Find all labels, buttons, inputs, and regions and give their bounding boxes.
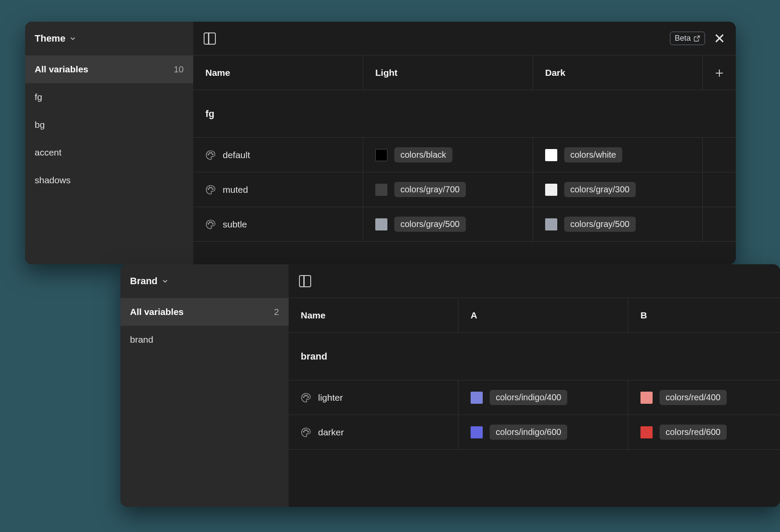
color-swatch (545, 149, 557, 161)
collection-title: Theme (35, 33, 65, 44)
color-swatch (375, 184, 387, 196)
svg-point-5 (209, 187, 210, 188)
value-chip: colors/gray/500 (394, 217, 466, 232)
value-chip: colors/indigo/400 (490, 390, 567, 405)
svg-point-11 (212, 223, 213, 224)
variable-count: 2 (274, 307, 279, 317)
chevron-down-icon (69, 35, 77, 42)
value-chip: colors/gray/700 (394, 182, 466, 197)
color-swatch (640, 426, 653, 438)
toggle-sidebar-button[interactable] (299, 275, 311, 287)
sidebar-item-label: All variables (130, 307, 184, 317)
header-name: Name (289, 298, 458, 332)
color-swatch (545, 184, 557, 196)
value-cell-a[interactable]: colors/indigo/400 (458, 380, 628, 415)
svg-point-9 (209, 221, 210, 222)
sidebar-item-all[interactable]: All variables 2 (120, 298, 289, 326)
svg-point-17 (305, 429, 306, 430)
variable-row[interactable]: darker colors/indigo/600 colors/red/600 (289, 415, 780, 450)
value-chip: colors/red/400 (660, 390, 727, 405)
svg-point-15 (308, 396, 309, 397)
toggle-sidebar-button[interactable] (204, 32, 216, 45)
collection-selector[interactable]: Theme (25, 22, 193, 55)
sidebar-item-brand[interactable]: brand (120, 326, 289, 354)
sidebar-item-label: bg (35, 120, 45, 130)
group-header[interactable]: fg (193, 90, 736, 138)
variable-name: muted (223, 185, 248, 195)
color-swatch (375, 218, 387, 230)
add-mode-button[interactable]: ＋ (712, 63, 726, 82)
variables-panel-brand: Brand All variables 2 brand Name A B bra… (120, 264, 780, 507)
value-cell-light[interactable]: colors/black (363, 138, 533, 172)
svg-point-1 (209, 152, 210, 153)
header-mode-dark[interactable]: Dark (533, 55, 703, 90)
panel-layout-icon (299, 275, 311, 287)
value-cell-dark[interactable]: colors/white (533, 138, 703, 172)
variables-panel-theme: Theme All variables 10 fg bg accent shad… (25, 22, 736, 264)
header-mode-light[interactable]: Light (363, 55, 533, 90)
sidebar-item-label: fg (35, 92, 42, 102)
header-mode-b[interactable]: B (628, 298, 780, 332)
sidebar-item-label: shadows (35, 175, 71, 185)
value-chip: colors/red/600 (660, 425, 727, 440)
variable-row[interactable]: lighter colors/indigo/400 colors/red/400 (289, 380, 780, 415)
svg-point-7 (212, 188, 213, 189)
palette-icon (205, 219, 216, 230)
topbar (289, 264, 780, 298)
svg-point-14 (306, 395, 307, 396)
topbar: Beta ✕ (193, 22, 736, 55)
svg-point-10 (211, 221, 212, 222)
sidebar-item-bg[interactable]: bg (25, 111, 193, 139)
collection-selector[interactable]: Brand (120, 264, 289, 298)
beta-badge[interactable]: Beta (670, 32, 705, 45)
svg-point-19 (308, 431, 309, 432)
svg-point-8 (208, 223, 209, 224)
value-chip: colors/gray/500 (564, 217, 636, 232)
value-cell-b[interactable]: colors/red/400 (628, 380, 780, 415)
group-header[interactable]: brand (289, 333, 780, 380)
value-cell-dark[interactable]: colors/gray/500 (533, 207, 703, 241)
beta-label: Beta (675, 34, 691, 43)
svg-point-16 (303, 431, 304, 432)
sidebar-item-fg[interactable]: fg (25, 83, 193, 111)
palette-icon (205, 150, 216, 160)
close-button[interactable]: ✕ (714, 32, 725, 45)
value-cell-light[interactable]: colors/gray/700 (363, 172, 533, 207)
column-headers: Name A B (289, 298, 780, 333)
value-cell-a[interactable]: colors/indigo/600 (458, 415, 628, 449)
main-area: Name A B brand lighter colors/indigo/400… (289, 264, 780, 507)
sidebar-item-accent[interactable]: accent (25, 139, 193, 166)
variable-count: 10 (174, 64, 184, 75)
header-mode-a[interactable]: A (458, 298, 628, 332)
value-cell-dark[interactable]: colors/gray/300 (533, 172, 703, 207)
collection-title: Brand (130, 276, 158, 287)
variable-name: subtle (223, 219, 247, 230)
svg-point-0 (208, 154, 209, 155)
sidebar-item-label: brand (130, 334, 153, 345)
sidebar-item-label: accent (35, 147, 62, 158)
svg-point-6 (211, 187, 212, 188)
sidebar: Brand All variables 2 brand (120, 264, 289, 507)
variable-name: lighter (318, 393, 343, 403)
value-chip: colors/white (564, 147, 622, 162)
variable-name: default (223, 150, 250, 160)
variable-row[interactable]: muted colors/gray/700 colors/gray/300 (193, 172, 736, 207)
svg-point-13 (305, 395, 306, 396)
main-area: Beta ✕ Name Light Dark ＋ fg default colo… (193, 22, 736, 264)
variable-row[interactable]: default colors/black colors/white (193, 138, 736, 172)
value-chip: colors/black (394, 147, 452, 162)
sidebar-item-shadows[interactable]: shadows (25, 166, 193, 194)
color-swatch (545, 218, 557, 230)
sidebar-item-all[interactable]: All variables 10 (25, 55, 193, 83)
palette-icon (301, 393, 311, 403)
sidebar-item-label: All variables (35, 64, 88, 75)
value-cell-b[interactable]: colors/red/600 (628, 415, 780, 449)
svg-point-18 (306, 429, 307, 430)
svg-point-12 (303, 396, 304, 397)
value-cell-light[interactable]: colors/gray/500 (363, 207, 533, 241)
svg-point-2 (211, 152, 212, 153)
value-chip: colors/indigo/600 (490, 425, 567, 440)
svg-point-3 (212, 154, 213, 155)
value-chip: colors/gray/300 (564, 182, 636, 197)
variable-row[interactable]: subtle colors/gray/500 colors/gray/500 (193, 207, 736, 242)
